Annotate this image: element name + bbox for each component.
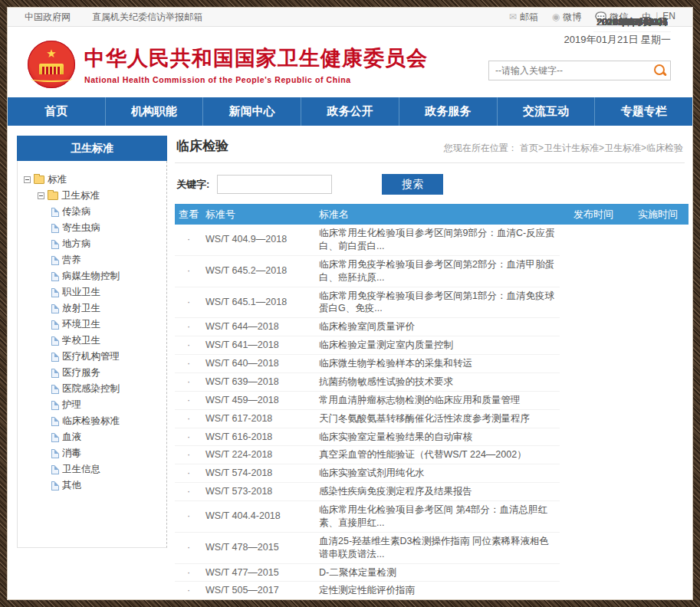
tree-leaf-item[interactable]: 临床检验标准 [24,413,162,429]
table-row: · WS/T 224-2018 真空采血管的性能验证（代替WS/T 224—20… [175,446,688,464]
standard-number: WS/T 617-2018 [202,409,316,428]
col-publish-date: 发布时间 [560,204,627,225]
breadcrumb-path[interactable]: 首页>卫生计生标准>卫生标准>临床检验 [520,143,683,153]
tree-leaf-item[interactable]: 卫生信息 [24,461,162,477]
tree-leaf-item[interactable]: 传染病 [24,204,162,220]
nav-item[interactable]: 新闻中心 [203,97,301,126]
tree-leaf-label: 消毒 [62,445,81,461]
standard-name-link[interactable]: 天门冬氨酸氨基转移酶催化活性浓度参考测量程序 [316,409,560,428]
document-icon [51,481,59,491]
document-icon [51,433,59,442]
tree-leaf-item[interactable]: 寄生虫病 [24,220,162,236]
nav-item[interactable]: 政务服务 [399,97,498,126]
search-button[interactable]: 搜索 [382,174,443,195]
standard-number: WS/T 478—2015 [202,532,316,563]
tree-leaf-label: 学校卫生 [62,333,100,349]
tree-leaf-item[interactable]: 放射卫生 [24,300,162,317]
standard-number: WS/T 641—2018 [202,336,316,355]
document-icon [51,369,59,378]
sidebar-tree: 标准 卫生标准 传染病 寄生虫病 地方病 [17,161,167,548]
col-view: 查看 [175,204,202,225]
standard-name-link[interactable]: 临床检验定量测定室内质量控制 [316,336,560,355]
site-title-en: National Health Commission of the People… [84,75,428,84]
row-bullet: · [175,483,202,501]
mail-tool[interactable]: ✉ 邮箱 [509,11,538,24]
standard-number: WS/T 505—2017 [202,582,316,600]
site-brand[interactable]: ★ 中华人民共和国国家卫生健康委员会 National Health Commi… [28,41,428,88]
tree-leaf-item[interactable]: 医疗服务 [24,365,162,381]
document-icon [51,256,59,265]
standard-name-link[interactable]: 定性测定性能评价指南 [316,582,560,600]
nav-item[interactable]: 交流互动 [498,97,596,126]
decorative-frame: 中国政府网 直属机关纪委信访举报邮箱 ✉ 邮箱 ◉ 微博 💬 微信 中 | EN [0,0,700,607]
col-standard-name: 标准名 [316,204,560,225]
standard-name-link[interactable]: 感染性疾病免疫测定程序及结果报告 [316,483,560,501]
standard-name-link[interactable]: 临床实验室试剂用纯化水 [316,464,560,483]
standard-name-link[interactable]: 临床实验室定量检验结果的自动审核 [316,428,560,446]
nav-item[interactable]: 专题专栏 [595,97,692,126]
standard-name-link[interactable]: D-二聚体定量检测 [316,563,560,582]
standard-number: WS/T 574-2018 [202,464,316,483]
document-icon [51,240,59,249]
search-magnifier-icon[interactable] [650,61,670,80]
standard-name-link[interactable]: 临床常用生化检验项目参考区间 第4部分：血清总胆红素、直接胆红... [316,501,560,533]
row-bullet: · [175,563,202,582]
tree-leaf-item[interactable]: 血液 [24,429,162,445]
keyword-label: 关键字: [176,178,209,192]
standard-name-link[interactable]: 常用血清肿瘤标志物检测的临床应用和质量管理 [316,391,560,409]
link-report-mailbox[interactable]: 直属机关纪委信访举报邮箱 [92,11,202,24]
emblem-gate [39,64,64,74]
standard-name-link[interactable]: 临床检验室间质量评价 [316,318,560,336]
tree-leaf-item[interactable]: 学校卫生 [24,333,162,349]
standard-name-link[interactable]: 临床微生物学检验样本的采集和转运 [316,355,560,373]
tree-leaf-item[interactable]: 其他 [24,477,162,494]
standard-number: WS/T 404.9—2018 [202,225,316,255]
current-date: 2019年01月21日 星期一 [564,33,671,47]
browser-page: 中国政府网 直属机关纪委信访举报邮箱 ✉ 邮箱 ◉ 微博 💬 微信 中 | EN [7,7,693,600]
keyword-input[interactable] [217,175,332,194]
site-title-cn: 中华人民共和国国家卫生健康委员会 [84,44,428,72]
table-row: · WS/T 505—2017 定性测定性能评价指南 2017-09-06 20… [175,582,688,600]
tree-leaf-label: 放射卫生 [62,300,100,317]
tree-leaf-label: 其他 [62,477,81,494]
standard-name-link[interactable]: 真空采血管的性能验证（代替WS/T 224—2002） [316,446,560,464]
header-search-input[interactable] [489,65,650,76]
tree-leaf-label: 护理 [62,397,81,413]
tree-leaf-item[interactable]: 环境卫生 [24,317,162,333]
sidebar: 卫生标准 标准 卫生标准 传染病 寄生虫病 [17,136,167,600]
main-content: 临床检验 您现在所在位置： 首页>卫生计生标准>卫生标准>临床检验 关键字: 搜… [175,136,685,600]
tree-leaf-item[interactable]: 病媒生物控制 [24,268,162,284]
nav-item[interactable]: 机构职能 [106,97,204,126]
tree-leaf-item[interactable]: 消毒 [24,445,162,461]
collapse-icon[interactable] [24,176,31,183]
tree-node-health-standards[interactable]: 卫生标准 [24,188,162,204]
weibo-label: 微博 [563,11,581,24]
document-icon [51,465,59,474]
tree-node-root[interactable]: 标准 [24,172,162,188]
link-china-gov[interactable]: 中国政府网 [25,11,71,24]
emblem-stars: ★ [28,47,75,61]
document-icon [51,449,59,458]
row-bullet: · [175,532,202,563]
tree-leaf-item[interactable]: 护理 [24,397,162,413]
nav-item[interactable]: 政务公开 [301,97,399,126]
standard-name-link[interactable]: 临床常用免疫学检验项目参考区间第2部分：血清甲胎蛋白、癌胚抗原... [316,255,560,287]
standard-name-link[interactable]: 临床常用生化检验项目参考区间第9部分：血清C-反应蛋白、前白蛋白... [316,225,560,255]
tree-leaf-label: 营养 [62,252,81,268]
standard-name-link[interactable]: 临床常用免疫学检验项目参考区间第1部分：血清免疫球蛋白G、免疫... [316,287,560,318]
tree-leaf-item[interactable]: 职业卫生 [24,284,162,300]
tree-leaf-item[interactable]: 医院感染控制 [24,381,162,397]
breadcrumb-label: 您现在所在位置： [444,143,518,153]
tree-leaf-item[interactable]: 地方病 [24,236,162,252]
weibo-tool[interactable]: ◉ 微博 [552,11,581,24]
tree-leaf-item[interactable]: 营养 [24,252,162,268]
standard-name-link[interactable]: 抗菌药物敏感性试验的技术要求 [316,372,560,391]
tree-leaf-label: 卫生信息 [62,461,100,477]
topbar-links: 中国政府网 直属机关纪委信访举报邮箱 [25,11,202,24]
standard-name-link[interactable]: 血清25-羟基维生素D3检测操作指南 同位素稀释液相色谱串联质谱法... [316,532,560,563]
nav-item[interactable]: 首页 [8,97,106,126]
tree-leaf-label: 环境卫生 [62,317,100,333]
tree-leaf-item[interactable]: 医疗机构管理 [24,349,162,365]
collapse-icon[interactable] [38,192,44,199]
document-icon [51,288,59,297]
